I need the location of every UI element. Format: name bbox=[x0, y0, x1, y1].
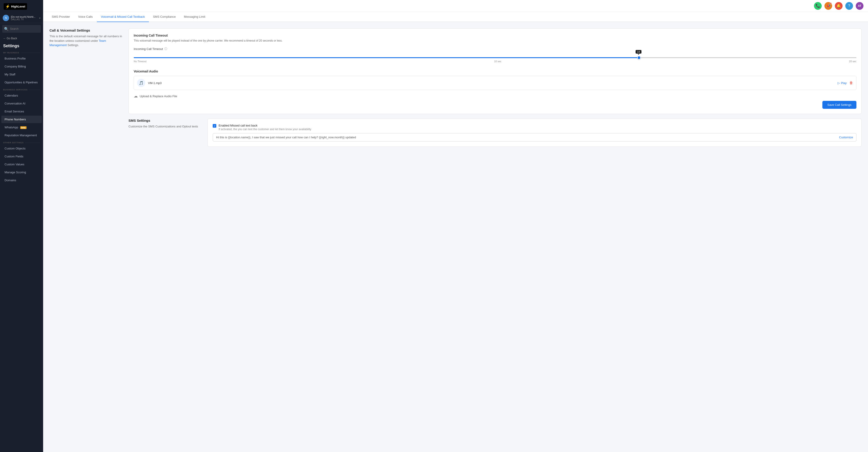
sms-settings-title: SMS Settings bbox=[128, 119, 201, 122]
sidebar: ⚡ HighLevel N [Do not touch] Nishit... D… bbox=[0, 0, 43, 452]
sidebar-item-custom-fields[interactable]: Custom Fields bbox=[1, 153, 42, 160]
sidebar-section-business-services: BUSINESS SERVICES bbox=[0, 86, 43, 92]
account-location: DALLAS, TX bbox=[11, 18, 37, 21]
slider-label-no-timeout: No Timeout bbox=[134, 60, 146, 63]
tab-voice-calls[interactable]: Voice Calls bbox=[74, 12, 97, 22]
audio-file-icon: 🎵 bbox=[137, 79, 145, 87]
play-icon: ▷ bbox=[838, 81, 840, 85]
search-icon: 🔍 bbox=[4, 27, 9, 31]
sidebar-item-custom-objects[interactable]: Custom Objects bbox=[1, 145, 42, 152]
audio-filename: VM-1.mp3 bbox=[148, 81, 835, 85]
tab-messaging-limit[interactable]: Messaging Limit bbox=[180, 12, 209, 22]
search-input[interactable] bbox=[10, 27, 43, 30]
customize-button[interactable]: Customize bbox=[839, 135, 853, 139]
call-voicemail-description: This is the default voicemail message fo… bbox=[50, 34, 122, 48]
user-avatar-label: AT bbox=[858, 4, 861, 7]
beta-badge: beta bbox=[20, 126, 27, 129]
settings-title: Settings bbox=[0, 42, 43, 49]
incoming-call-timeout-card-title: Incoming Call Timeout bbox=[134, 34, 857, 37]
slider-label-10sec: 10 sec bbox=[494, 60, 501, 63]
notification-dot bbox=[830, 2, 832, 4]
enabled-missed-call-sublabel: If activated, the you can text the custo… bbox=[219, 128, 311, 131]
enabled-missed-call-checkbox[interactable] bbox=[213, 124, 216, 128]
enabled-missed-call-labels: Enabled Missed call text back If activat… bbox=[219, 124, 311, 131]
megaphone-icon-button[interactable]: 📣 bbox=[825, 2, 832, 10]
sms-left-panel: SMS Settings Customize the SMS Customiza… bbox=[128, 119, 201, 129]
save-call-settings-button[interactable]: Save Call Settings bbox=[823, 101, 857, 109]
tab-voicemail-missed-call[interactable]: Voicemail & Missed Call Textback bbox=[97, 12, 149, 22]
tabs-bar: SMS Provider Voice Calls Voicemail & Mis… bbox=[43, 12, 868, 22]
phone-icon-button[interactable]: 📞 bbox=[814, 2, 822, 10]
call-voicemail-title: Call & Voicemail Settings bbox=[50, 28, 122, 32]
go-back-label: ← Go Back bbox=[3, 37, 17, 40]
sidebar-item-calendars[interactable]: Calendars bbox=[1, 92, 42, 99]
sidebar-section-other-settings: OTHER SETTINGS bbox=[0, 139, 43, 145]
slider-label: Incoming Call Timeout bbox=[134, 47, 163, 51]
left-panel-call-voicemail: Call & Voicemail Settings This is the de… bbox=[50, 28, 122, 446]
sms-text-content: Hi this is {{location.name}}, I saw that… bbox=[216, 135, 837, 139]
topbar: 📞 📣 🔔 ? AT bbox=[43, 0, 868, 12]
incoming-call-timeout-card-subtitle: This voicemail message will be played in… bbox=[134, 39, 857, 43]
slider-label-20sec: 20 sec bbox=[849, 60, 857, 63]
slider-value-bubble: 14 bbox=[636, 50, 642, 54]
sidebar-item-business-profile[interactable]: Business Profile bbox=[1, 55, 42, 62]
account-info: [Do not touch] Nishit... DALLAS, TX bbox=[11, 16, 37, 21]
audio-file-row: 🎵 VM-1.mp3 ▷ Play 🗑 bbox=[134, 76, 857, 90]
sidebar-section-my-business: MY BUSINESS bbox=[0, 49, 43, 55]
slider-labels: No Timeout 10 sec 20 sec bbox=[134, 60, 857, 63]
sms-right-panel: Enabled Missed call text back If activat… bbox=[208, 119, 862, 147]
help-icon: ? bbox=[848, 4, 850, 8]
right-panel: Incoming Call Timeout This voicemail mes… bbox=[128, 28, 862, 446]
logo-text: HighLevel bbox=[11, 5, 25, 8]
sms-text-row: Hi this is {{location.name}}, I saw that… bbox=[213, 133, 857, 142]
sms-settings-card: Enabled Missed call text back If activat… bbox=[208, 119, 862, 147]
incoming-call-timeout-card: Incoming Call Timeout This voicemail mes… bbox=[128, 28, 862, 114]
voicemail-audio-title: Voicemail Audio bbox=[134, 69, 857, 73]
go-back-button[interactable]: ← Go Back bbox=[2, 36, 41, 41]
sms-section-wrapper: SMS Settings Customize the SMS Customiza… bbox=[128, 119, 862, 147]
logo: ⚡ HighLevel bbox=[4, 3, 27, 10]
upload-audio-row[interactable]: ☁ Upload & Replace Audio File bbox=[134, 92, 857, 100]
info-icon: ⓘ bbox=[164, 47, 167, 51]
logo-container: ⚡ HighLevel bbox=[0, 0, 43, 13]
search-bar[interactable]: 🔍 ⌘ K + bbox=[2, 25, 41, 33]
logo-icon: ⚡ bbox=[5, 4, 10, 9]
delete-audio-button[interactable]: 🗑 bbox=[849, 81, 853, 85]
slider-container: 14 No Timeout 10 sec 20 sec bbox=[134, 52, 857, 65]
upload-label: Upload & Replace Audio File bbox=[140, 94, 177, 98]
tab-sms-compliance[interactable]: SMS Compliance bbox=[149, 12, 180, 22]
main-panel: 📞 📣 🔔 ? AT SMS Provider Voice Calls Voic… bbox=[43, 0, 868, 452]
help-icon-button[interactable]: ? bbox=[845, 2, 853, 10]
avatar-initials: N bbox=[5, 17, 7, 20]
sidebar-item-company-billing[interactable]: Company Billing bbox=[1, 63, 42, 70]
user-avatar-button[interactable]: AT bbox=[856, 2, 864, 10]
audio-actions: ▷ Play 🗑 bbox=[838, 81, 853, 85]
enabled-missed-call-row: Enabled Missed call text back If activat… bbox=[213, 124, 857, 131]
sidebar-item-manage-scoring[interactable]: Manage Scoring bbox=[1, 169, 42, 176]
sidebar-item-email-services[interactable]: Email Services bbox=[1, 108, 42, 115]
sidebar-item-my-staff[interactable]: My Staff bbox=[1, 71, 42, 78]
sidebar-item-whatsapp[interactable]: WhatsApp beta bbox=[1, 124, 42, 131]
sidebar-item-domains[interactable]: Domains bbox=[1, 177, 42, 184]
topbar-icons: 📞 📣 🔔 ? AT bbox=[814, 2, 864, 10]
enabled-missed-call-label: Enabled Missed call text back bbox=[219, 124, 311, 127]
sidebar-item-opportunities-pipelines[interactable]: Opportunities & Pipelines bbox=[1, 79, 42, 86]
account-chevron-icon: ▾ bbox=[39, 17, 40, 19]
sidebar-item-conversation-ai[interactable]: Conversation AI bbox=[1, 100, 42, 107]
account-name: [Do not touch] Nishit... bbox=[11, 16, 37, 18]
sidebar-item-reputation-management[interactable]: Reputation Management bbox=[1, 131, 42, 139]
sidebar-item-custom-values[interactable]: Custom Values bbox=[1, 160, 42, 168]
sidebar-item-phone-numbers[interactable]: Phone Numbers bbox=[1, 116, 42, 123]
timeout-slider[interactable] bbox=[134, 57, 857, 58]
bell-icon-button[interactable]: 🔔 bbox=[835, 2, 843, 10]
save-btn-row: Save Call Settings bbox=[134, 101, 857, 109]
account-section[interactable]: N [Do not touch] Nishit... DALLAS, TX ▾ bbox=[0, 13, 43, 23]
avatar: N bbox=[3, 15, 9, 21]
sms-settings-description: Customize the SMS Customizations and Opt… bbox=[128, 124, 201, 129]
content-area: Call & Voicemail Settings This is the de… bbox=[43, 22, 868, 452]
upload-icon: ☁ bbox=[134, 94, 138, 98]
play-button[interactable]: ▷ Play bbox=[838, 81, 847, 85]
tab-sms-provider[interactable]: SMS Provider bbox=[48, 12, 74, 22]
